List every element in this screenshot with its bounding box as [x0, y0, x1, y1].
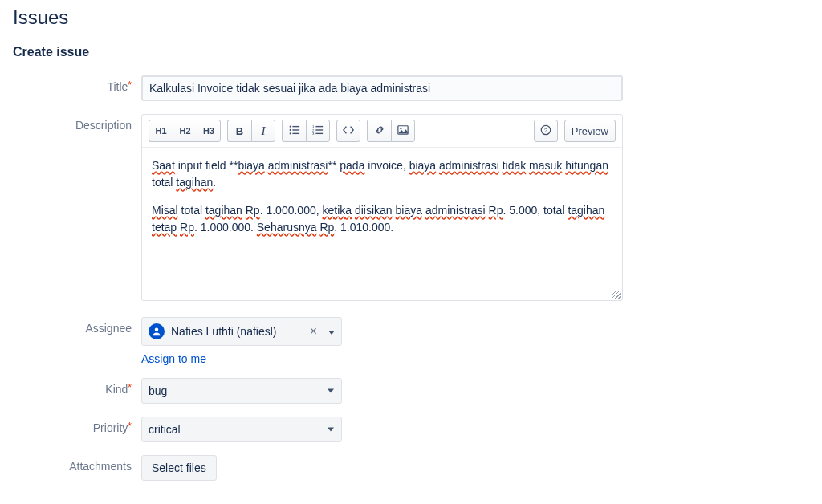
section-title: Create issue: [13, 45, 809, 59]
kind-row: Kind* bug: [13, 378, 809, 404]
svg-rect-9: [315, 129, 323, 130]
svg-rect-5: [292, 133, 299, 134]
priority-row: Priority* critical: [13, 417, 809, 442]
required-icon: *: [128, 382, 132, 393]
h2-button[interactable]: H2: [173, 120, 197, 142]
numbered-list-button[interactable]: 123: [306, 120, 330, 142]
svg-rect-3: [292, 129, 299, 130]
assignee-value: Nafies Luthfi (nafiesl): [171, 325, 303, 338]
required-icon: *: [128, 79, 132, 91]
link-button[interactable]: [367, 120, 391, 142]
description-editor: H1 H2 H3 B I 123: [141, 114, 623, 301]
avatar-icon: [149, 323, 165, 339]
editor-toolbar: H1 H2 H3 B I 123: [142, 115, 622, 148]
image-icon: [397, 124, 409, 137]
bold-button[interactable]: B: [227, 120, 251, 142]
svg-rect-7: [315, 126, 323, 127]
help-icon: ?: [540, 124, 551, 137]
priority-select[interactable]: critical: [141, 417, 342, 442]
bullet-list-button[interactable]: [282, 120, 306, 142]
priority-label: Priority*: [13, 417, 141, 434]
svg-text:?: ?: [544, 127, 548, 134]
title-label: Title*: [13, 75, 141, 93]
bullet-list-icon: [289, 124, 300, 137]
chevron-down-icon: [324, 325, 335, 338]
description-textarea[interactable]: Saat input field **biaya administrasi** …: [142, 148, 622, 300]
svg-point-2: [289, 129, 291, 131]
h3-button[interactable]: H3: [197, 120, 221, 142]
attachments-label: Attachments: [13, 455, 141, 473]
required-icon: *: [128, 421, 132, 432]
svg-point-13: [400, 128, 401, 129]
resize-handle[interactable]: [612, 291, 621, 299]
code-icon: [343, 124, 354, 137]
italic-button[interactable]: I: [251, 120, 275, 142]
select-files-button[interactable]: Select files: [141, 455, 217, 481]
svg-rect-11: [315, 133, 323, 134]
page-title: Issues: [13, 6, 809, 29]
kind-select[interactable]: bug: [141, 378, 342, 404]
svg-rect-1: [292, 126, 299, 127]
svg-point-16: [155, 328, 159, 332]
image-button[interactable]: [391, 120, 415, 142]
help-button[interactable]: ?: [534, 120, 558, 142]
attachments-row: Attachments Select files: [13, 455, 809, 481]
assignee-row: Assignee Nafies Luthfi (nafiesl) × Assig…: [13, 317, 809, 365]
title-row: Title*: [13, 75, 809, 101]
h1-button[interactable]: H1: [149, 120, 173, 142]
kind-label: Kind*: [13, 378, 141, 396]
assignee-label: Assignee: [13, 317, 141, 335]
assignee-select[interactable]: Nafies Luthfi (nafiesl) ×: [141, 317, 342, 346]
code-button[interactable]: [336, 120, 360, 142]
svg-point-4: [289, 132, 291, 134]
numbered-list-icon: 123: [312, 124, 324, 137]
clear-assignee-button[interactable]: ×: [310, 324, 317, 339]
svg-point-0: [289, 125, 291, 127]
description-label: Description: [13, 114, 141, 132]
assign-to-me-link[interactable]: Assign to me: [141, 352, 206, 365]
svg-text:3: 3: [312, 132, 315, 136]
title-input[interactable]: [141, 75, 623, 101]
description-row: Description H1 H2 H3 B I 123: [13, 114, 809, 301]
footer-actions: Create issue Cancel: [13, 494, 816, 504]
preview-button[interactable]: Preview: [564, 120, 616, 142]
link-icon: [374, 124, 385, 137]
